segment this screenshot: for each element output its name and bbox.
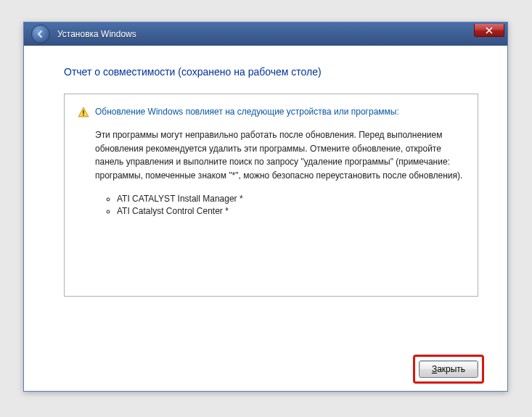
svg-rect-1	[83, 115, 84, 116]
page-title: Отчет о совместимости (сохранено на рабо…	[64, 66, 478, 78]
warning-title: Обновление Windows повлияет на следующие…	[95, 106, 399, 118]
installer-window: Установка Windows Отчет о совместимости …	[23, 22, 508, 392]
affected-programs-list: ATI CATALYST Install Manager * ATI Catal…	[117, 194, 465, 216]
warning-header: Обновление Windows повлияет на следующие…	[78, 106, 465, 118]
list-item: ATI CATALYST Install Manager *	[117, 194, 465, 204]
close-icon	[486, 27, 493, 34]
window-close-button[interactable]	[474, 24, 504, 37]
warning-icon	[78, 107, 89, 118]
arrow-left-icon	[36, 30, 45, 38]
list-item: ATI Catalyst Control Center *	[117, 206, 465, 216]
warning-body: Эти программы могут неправильно работать…	[95, 128, 465, 182]
back-button[interactable]	[31, 25, 50, 44]
titlebar: Установка Windows	[24, 22, 507, 46]
window-title: Установка Windows	[57, 29, 136, 39]
dialog-footer: Закрыть	[64, 346, 478, 378]
close-button[interactable]: Закрыть	[419, 360, 478, 378]
compatibility-report[interactable]: Обновление Windows повлияет на следующие…	[64, 94, 478, 297]
svg-rect-0	[83, 110, 84, 114]
dialog-body: Отчет о совместимости (сохранено на рабо…	[24, 46, 507, 391]
